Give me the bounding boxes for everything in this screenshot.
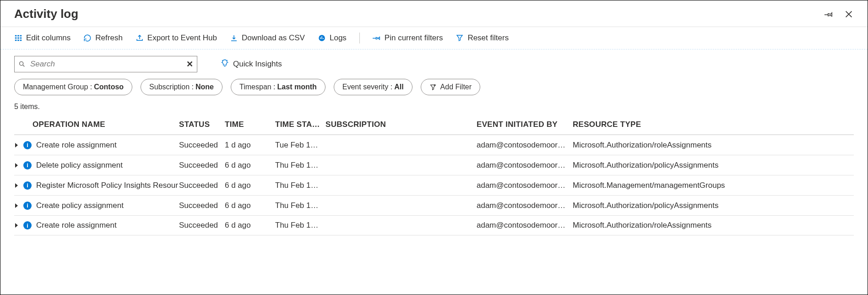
subscription-cell [326,221,477,230]
col-status[interactable]: Status [179,115,225,134]
quick-insights-label: Quick Insights [233,60,282,69]
subscription-cell [326,201,477,210]
table-row[interactable]: Register Microsoft Policy Insights Resou… [14,175,854,195]
table-row[interactable]: Create role assignmentSucceeded1 d agoTu… [14,135,854,155]
status-cell: Succeeded [179,216,225,235]
operation-name: Register Microsoft Policy Insights Resou… [36,181,178,190]
subscription-cell [326,141,477,150]
svg-rect-7 [17,40,19,41]
table-row[interactable]: Delete policy assignmentSucceeded6 d ago… [14,155,854,175]
refresh-icon [83,34,92,42]
time-cell: 6 d ago [225,156,275,175]
resource-type-cell: Microsoft.Authorization/policyAssignment… [573,197,854,215]
svg-rect-1 [17,35,19,37]
timestamp-cell: Thu Feb 14 2… [275,197,326,215]
resource-type-cell: Microsoft.Authorization/roleAssignments [573,136,854,154]
status-cell: Succeeded [179,197,225,215]
filter-reset-icon [456,34,464,42]
resource-type-cell: Microsoft.Authorization/roleAssignments [573,216,854,235]
search-icon [18,60,26,68]
svg-rect-11 [321,36,322,39]
time-cell: 6 d ago [225,176,275,195]
download-label: Download as CSV [242,33,305,43]
time-cell: 6 d ago [225,216,275,235]
expand-row-icon[interactable] [14,143,19,148]
filter-label: Subscription : [149,83,194,91]
filter-pill-timespan[interactable]: Timespan : Last month [231,79,326,95]
initiated-by-cell: adam@contosodemoorg.on… [477,216,573,235]
timestamp-cell: Thu Feb 14 2… [275,156,326,175]
quick-insights-button[interactable]: Quick Insights [220,59,282,70]
clear-search-button[interactable]: ✕ [186,59,193,69]
export-icon [136,34,144,42]
blade-header: Activity log [0,0,868,27]
refresh-button[interactable]: Refresh [83,33,123,43]
table-row[interactable]: Create role assignmentSucceeded6 d agoTh… [14,215,854,235]
search-input[interactable] [29,59,183,69]
add-filter-button[interactable]: Add Filter [421,79,480,95]
filter-pill-management-group[interactable]: Management Group : Contoso [14,79,132,95]
svg-rect-3 [15,38,17,39]
info-icon [23,161,32,169]
edit-columns-button[interactable]: Edit columns [14,33,71,43]
col-initiated-by[interactable]: Event initiated by [477,115,573,134]
initiated-by-cell: adam@contosodemoorg.on… [477,156,573,175]
reset-filters-button[interactable]: Reset filters [456,33,509,43]
pin-filters-button[interactable]: Pin current filters [373,33,443,43]
expand-row-icon[interactable] [14,223,19,228]
initiated-by-cell: adam@contosodemoorg.on… [477,136,573,154]
lightbulb-icon [220,59,229,70]
svg-rect-8 [20,40,22,41]
filter-pill-event-severity[interactable]: Event severity : All [334,79,412,95]
columns-icon [14,34,22,42]
info-icon [23,181,32,190]
initiated-by-cell: adam@contosodemoorg.on… [477,176,573,195]
download-csv-button[interactable]: Download as CSV [230,33,305,43]
edit-columns-label: Edit columns [26,33,71,43]
filter-label: Management Group : [23,83,92,91]
expand-row-icon[interactable] [14,203,19,208]
filter-label: Timespan : [239,83,276,91]
add-filter-label: Add Filter [440,83,472,91]
refresh-label: Refresh [95,33,123,43]
operation-name: Create role assignment [36,221,117,230]
page-title: Activity log [14,7,78,21]
resource-type-cell: Microsoft.Authorization/policyAssignment… [573,156,854,175]
info-icon [23,141,32,149]
pin-filters-label: Pin current filters [385,33,443,43]
operation-name: Delete policy assignment [36,161,123,170]
svg-rect-2 [20,35,22,37]
filter-pill-subscription[interactable]: Subscription : None [141,79,222,95]
timestamp-cell: Tue Feb 19 2… [275,136,326,154]
resource-type-cell: Microsoft.Management/managementGroups [573,176,854,195]
svg-rect-5 [20,38,22,39]
col-resource-type[interactable]: Resource type [573,115,854,134]
col-time[interactable]: Time [225,115,275,134]
activity-log-table: Operation name Status Time Time stamp Su… [0,115,868,235]
export-event-hub-button[interactable]: Export to Event Hub [136,33,217,43]
time-cell: 1 d ago [225,136,275,154]
filter-pill-row: Management Group : Contoso Subscription … [0,76,868,100]
operation-name: Create policy assignment [36,201,124,210]
logs-icon [318,34,326,42]
svg-rect-10 [320,38,321,39]
operation-name: Create role assignment [36,141,117,150]
add-filter-icon [429,83,437,91]
subscription-cell [326,161,477,170]
col-operation[interactable]: Operation name [14,115,179,134]
status-cell: Succeeded [179,156,225,175]
item-count: 5 items. [0,100,868,115]
status-cell: Succeeded [179,136,225,154]
col-subscription[interactable]: Subscription [326,115,477,134]
col-timestamp[interactable]: Time stamp [275,115,326,134]
search-box[interactable]: ✕ [14,56,197,72]
expand-row-icon[interactable] [14,183,19,188]
logs-button[interactable]: Logs [318,33,347,43]
expand-row-icon[interactable] [14,163,19,168]
filter-value: Contoso [94,83,124,91]
svg-point-13 [20,62,23,66]
close-blade-button[interactable] [844,9,854,19]
svg-rect-4 [17,38,19,39]
table-row[interactable]: Create policy assignmentSucceeded6 d ago… [14,195,854,215]
pin-blade-button[interactable] [824,9,834,19]
